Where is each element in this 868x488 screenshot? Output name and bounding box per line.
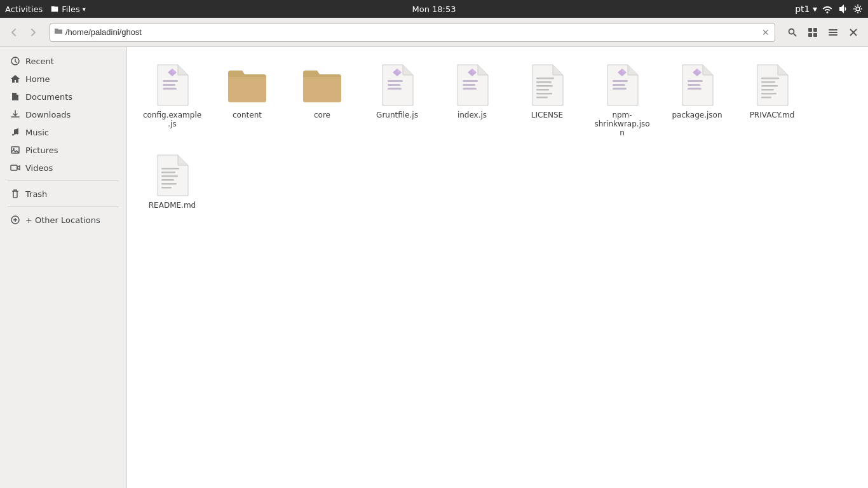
- music-icon: [10, 127, 20, 137]
- search-button[interactable]: [783, 23, 802, 42]
- svg-rect-44: [613, 88, 627, 90]
- file-item[interactable]: Gruntfile.js: [362, 57, 432, 142]
- location-bar: ✕: [50, 23, 775, 42]
- sidebar-item-trash[interactable]: Trash: [3, 185, 124, 203]
- topbar: Activities Files ▾ Mon 18:53 pt1 ▾: [0, 0, 868, 18]
- svg-rect-27: [388, 84, 400, 86]
- svg-point-0: [856, 7, 860, 11]
- sidebar-item-other-locations[interactable]: + Other Locations: [3, 211, 124, 229]
- file-icon-wrap: [452, 62, 492, 108]
- svg-rect-61: [161, 179, 174, 181]
- svg-rect-37: [536, 81, 552, 83]
- file-name: Gruntfile.js: [376, 111, 418, 119]
- sidebar-item-pictures[interactable]: Pictures: [3, 141, 124, 159]
- system-menu-icon[interactable]: [853, 4, 863, 14]
- svg-rect-48: [688, 84, 700, 86]
- file-icon-wrap: [677, 62, 717, 108]
- file-name: package.json: [672, 111, 722, 119]
- svg-rect-42: [613, 80, 628, 82]
- svg-rect-3: [808, 28, 812, 32]
- svg-rect-53: [761, 81, 775, 83]
- svg-rect-28: [388, 88, 402, 90]
- svg-rect-17: [11, 165, 17, 170]
- file-area: config.example.js content core Gruntfile…: [127, 47, 868, 488]
- svg-rect-43: [613, 84, 625, 86]
- sidebar-item-music[interactable]: Music: [3, 123, 124, 141]
- plus-icon: [10, 215, 20, 225]
- file-icon-wrap: [152, 152, 193, 198]
- file-item[interactable]: npm-shrinkwrap.json: [587, 57, 657, 142]
- file-name: core: [314, 111, 330, 119]
- svg-rect-6: [813, 33, 817, 37]
- svg-rect-39: [536, 89, 549, 91]
- sidebar-item-home[interactable]: Home: [3, 70, 124, 88]
- file-icon-wrap: [152, 62, 193, 108]
- home-icon: [10, 74, 20, 84]
- files-icon: [50, 4, 59, 13]
- sidebar-item-videos[interactable]: Videos: [3, 159, 124, 177]
- file-icon-wrap: [227, 62, 268, 108]
- file-name: npm-shrinkwrap.json: [592, 111, 652, 137]
- svg-point-13: [12, 134, 14, 136]
- clock: Mon 18:53: [412, 4, 456, 14]
- toolbar: ✕: [0, 18, 868, 47]
- svg-rect-62: [161, 183, 177, 185]
- location-input[interactable]: [65, 27, 758, 37]
- file-icon-wrap: [752, 62, 792, 108]
- svg-point-14: [17, 133, 18, 135]
- svg-rect-47: [688, 80, 703, 82]
- file-item[interactable]: PRIVACY.md: [737, 57, 807, 142]
- svg-rect-21: [163, 80, 178, 82]
- svg-rect-59: [161, 172, 175, 173]
- location-folder-icon: [54, 27, 63, 37]
- location-clear-button[interactable]: ✕: [761, 26, 771, 39]
- svg-rect-55: [761, 89, 774, 91]
- file-name: PRIVACY.md: [750, 111, 795, 119]
- svg-rect-38: [536, 85, 553, 87]
- back-button[interactable]: [5, 24, 23, 41]
- svg-rect-63: [161, 187, 172, 189]
- toolbar-actions: [783, 23, 863, 42]
- svg-rect-23: [163, 88, 177, 90]
- file-item[interactable]: index.js: [437, 57, 507, 142]
- sidebar-item-recent[interactable]: Recent: [3, 52, 124, 70]
- wifi-icon[interactable]: [822, 4, 832, 14]
- files-menu[interactable]: Files ▾: [50, 4, 86, 14]
- svg-rect-56: [761, 93, 776, 95]
- downloads-icon: [10, 109, 20, 119]
- trash-icon: [10, 189, 20, 199]
- svg-rect-26: [388, 80, 403, 82]
- svg-rect-49: [688, 88, 702, 90]
- sidebar-item-downloads[interactable]: Downloads: [3, 105, 124, 123]
- volume-icon[interactable]: [837, 4, 848, 14]
- file-item[interactable]: package.json: [662, 57, 732, 142]
- svg-rect-4: [813, 28, 817, 32]
- file-item[interactable]: content: [212, 57, 282, 142]
- svg-rect-22: [163, 84, 175, 86]
- svg-rect-32: [463, 84, 475, 86]
- file-item[interactable]: core: [287, 57, 357, 142]
- clock-icon: [10, 56, 20, 66]
- forward-button[interactable]: [24, 24, 42, 41]
- pt1-indicator[interactable]: pt1 ▾: [795, 4, 817, 14]
- file-icon-wrap: [377, 62, 417, 108]
- main-content: Recent Home Documents Downloads Music Pi…: [0, 47, 868, 488]
- svg-rect-36: [536, 78, 554, 79]
- svg-rect-41: [536, 97, 548, 98]
- svg-rect-60: [161, 175, 178, 177]
- sidebar-item-documents[interactable]: Documents: [3, 88, 124, 105]
- file-item[interactable]: config.example.js: [137, 57, 207, 142]
- file-name: LICENSE: [531, 111, 563, 119]
- file-icon-wrap: [527, 62, 567, 108]
- close-button[interactable]: [844, 23, 863, 42]
- svg-rect-57: [761, 97, 771, 98]
- menu-button[interactable]: [824, 23, 843, 42]
- sidebar-divider: [8, 180, 119, 181]
- grid-view-button[interactable]: [803, 23, 822, 42]
- svg-rect-52: [761, 78, 779, 79]
- file-name: content: [233, 111, 262, 119]
- file-item[interactable]: LICENSE: [512, 57, 582, 142]
- sidebar: Recent Home Documents Downloads Music Pi…: [0, 47, 127, 488]
- file-item[interactable]: README.md: [137, 147, 207, 215]
- activities-label[interactable]: Activities: [5, 4, 43, 14]
